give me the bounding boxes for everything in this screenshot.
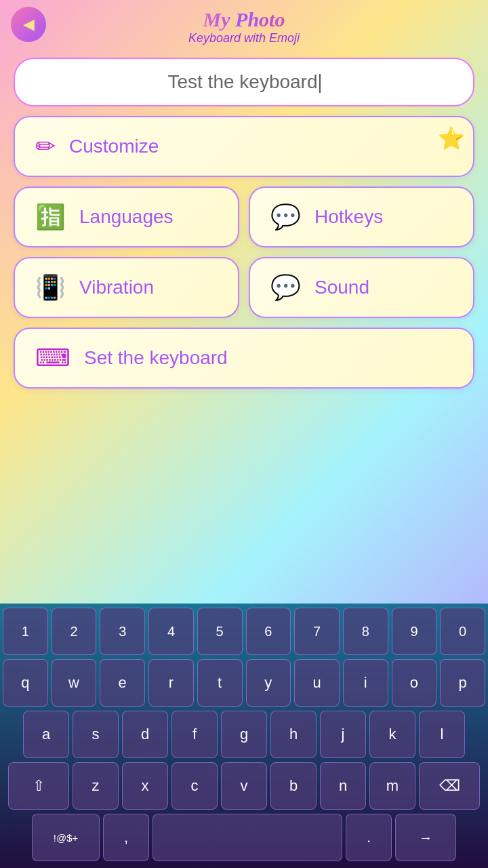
key-j[interactable]: j [320,711,366,758]
test-input-field[interactable]: Test the keyboard [14,58,474,106]
key-q[interactable]: q [3,659,48,707]
app-subtitle: Keyboard with Emoji [174,31,314,45]
key-i[interactable]: i [343,659,388,707]
keyboard-icon: ⌨ [35,344,70,372]
text-cursor [319,74,321,93]
comma-key[interactable]: , [103,814,149,861]
vibration-label: Vibration [79,277,154,298]
keyboard-rows: 1 2 3 4 5 6 7 8 9 0 q w e r t y u i o p … [0,604,488,868]
keyboard-row-zxcv: ⇧ z x c v b n m ⌫ [3,762,485,810]
space-key[interactable] [152,814,342,861]
shift-key[interactable]: ⇧ [8,762,69,810]
key-x[interactable]: x [122,762,168,810]
key-m[interactable]: m [369,762,415,810]
languages-icon: 🈯 [35,203,66,231]
app-header: 😎 My Photo 😎 Keyboard with Emoji [0,0,488,51]
menu-container: ✏ Customize ⭐ 🈯 Languages 💬 Hotkeys 📳 Vi… [0,116,488,389]
hotkeys-label: Hotkeys [314,206,383,228]
key-h[interactable]: h [270,711,317,758]
key-2[interactable]: 2 [52,608,97,655]
key-4[interactable]: 4 [148,608,194,655]
emoji-right-icon: 😎 [290,11,314,32]
key-1[interactable]: 1 [3,608,48,655]
key-z[interactable]: z [73,762,119,810]
customize-button[interactable]: ✏ Customize ⭐ [14,116,474,177]
key-v[interactable]: v [221,762,267,810]
star-badge-icon: ⭐ [438,125,465,151]
key-g[interactable]: g [221,711,267,758]
keyboard-row-bottom: !@$+ , . → [3,814,485,861]
row-vibration-sound: 📳 Vibration 💬 Sound [14,257,474,318]
customize-icon: ✏ [35,132,56,161]
title-text: 😎 My Photo 😎 [174,8,314,31]
sound-label: Sound [314,277,369,298]
key-5[interactable]: 5 [197,608,243,655]
key-w[interactable]: w [52,659,97,707]
set-keyboard-button[interactable]: ⌨ Set the keyboard [14,328,474,389]
sound-button[interactable]: 💬 Sound [249,257,474,318]
key-r[interactable]: r [148,659,194,707]
hotkeys-icon: 💬 [270,203,301,231]
key-s[interactable]: s [73,711,119,758]
back-button[interactable] [11,7,46,42]
key-7[interactable]: 7 [294,608,340,655]
period-key[interactable]: . [346,814,392,861]
keyboard-row-qwerty: q w e r t y u i o p [3,659,485,707]
row-languages-hotkeys: 🈯 Languages 💬 Hotkeys [14,186,474,248]
languages-label: Languages [79,206,174,228]
keyboard-row-asdf: a s d f g h j k l [3,711,485,758]
key-8[interactable]: 8 [343,608,388,655]
set-keyboard-label: Set the keyboard [84,347,228,369]
symbols-key[interactable]: !@$+ [32,814,100,861]
keyboard-row-numbers: 1 2 3 4 5 6 7 8 9 0 [3,608,485,655]
enter-key[interactable]: → [395,814,456,861]
key-n[interactable]: n [320,762,366,810]
key-o[interactable]: o [392,659,437,707]
languages-button[interactable]: 🈯 Languages [14,186,239,248]
key-d[interactable]: d [122,711,168,758]
key-k[interactable]: k [369,711,415,758]
key-e[interactable]: e [100,659,145,707]
emoji-left-icon: 😎 [174,11,198,32]
sound-icon: 💬 [270,273,301,302]
key-3[interactable]: 3 [100,608,145,655]
vibration-button[interactable]: 📳 Vibration [14,257,239,318]
key-0[interactable]: 0 [440,608,485,655]
key-6[interactable]: 6 [246,608,291,655]
hotkeys-button[interactable]: 💬 Hotkeys [249,186,474,248]
key-c[interactable]: c [171,762,218,810]
key-l[interactable]: l [419,711,465,758]
key-y[interactable]: y [246,659,291,707]
key-9[interactable]: 9 [392,608,437,655]
keyboard-area: 1 2 3 4 5 6 7 8 9 0 q w e r t y u i o p … [0,604,488,868]
key-u[interactable]: u [294,659,340,707]
test-input-text: Test the keyboard [167,71,317,92]
key-p[interactable]: p [440,659,485,707]
backspace-key[interactable]: ⌫ [419,762,480,810]
key-t[interactable]: t [197,659,243,707]
app-title: 😎 My Photo 😎 Keyboard with Emoji [174,8,314,45]
key-a[interactable]: a [23,711,69,758]
key-b[interactable]: b [270,762,317,810]
customize-label: Customize [69,136,159,157]
key-f[interactable]: f [171,711,218,758]
vibration-icon: 📳 [35,273,66,302]
